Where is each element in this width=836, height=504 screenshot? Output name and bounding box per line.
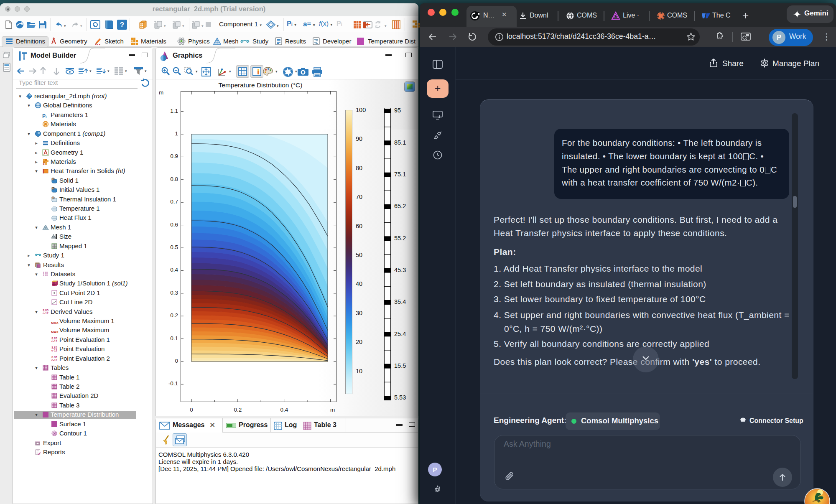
svg-text:D: D bbox=[52, 187, 54, 189]
svg-text:D: D bbox=[52, 196, 54, 199]
svg-text:D: D bbox=[52, 178, 54, 180]
